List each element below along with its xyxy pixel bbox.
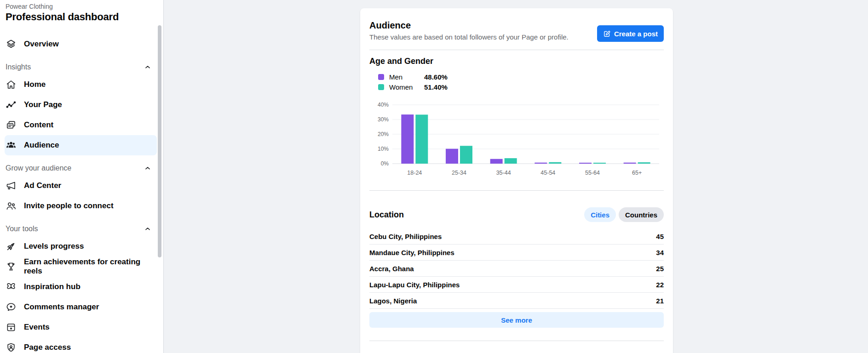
sidebar-item-label: Home	[24, 80, 46, 89]
location-name: Mandaue City, Philippines	[369, 249, 454, 256]
create-post-label: Create a post	[614, 30, 658, 38]
svg-text:65+: 65+	[632, 170, 642, 176]
sidebar-scrollbar[interactable]	[158, 25, 161, 257]
legend-row-men: Men 48.60%	[378, 72, 664, 82]
sidebar-item-ad-center[interactable]: Ad Center	[5, 176, 157, 196]
sidebar-item-levels-progress[interactable]: Levels progress	[5, 236, 157, 256]
legend-label: Women	[389, 83, 415, 91]
sidebar-item-label: Inspiration hub	[24, 282, 80, 291]
sidebar: Powear Clothing Professional dashboard O…	[0, 0, 164, 353]
age-gender-bar-chart-svg: 0%10%20%30%40%18-2425-3435-4445-5455-646…	[369, 100, 664, 179]
sidebar-item-label: Comments manager	[24, 302, 99, 312]
svg-text:10%: 10%	[378, 146, 389, 152]
sidebar-item-inspiration-hub[interactable]: Inspiration hub	[5, 277, 157, 297]
sidebar-item-overview[interactable]: Overview	[5, 34, 157, 54]
chevron-up-icon	[144, 225, 151, 233]
page-brand-name: Powear Clothing	[5, 3, 163, 10]
location-name: Lapu-Lapu City, Philippines	[369, 281, 460, 289]
sidebar-item-label: Events	[24, 323, 50, 332]
sidebar-nav: Overview Insights Home Your Page	[5, 34, 163, 353]
sidebar-item-label: Earn achievements for creating reels	[24, 257, 157, 276]
sidebar-item-label: Audience	[24, 141, 59, 150]
header-divider	[369, 50, 664, 50]
sidebar-item-events[interactable]: Events	[5, 317, 157, 337]
events-icon	[6, 322, 17, 333]
content-cards-icon	[6, 120, 17, 131]
megaphone-icon	[6, 180, 17, 191]
home-icon	[6, 79, 17, 90]
trophy-icon	[6, 261, 17, 272]
invite-people-icon	[6, 200, 17, 211]
chevron-up-icon	[144, 165, 151, 172]
svg-text:0%: 0%	[381, 160, 389, 167]
sidebar-item-audience[interactable]: Audience	[5, 135, 157, 155]
age-gender-chart: 0%10%20%30%40%18-2425-3435-4445-5455-646…	[369, 100, 664, 179]
chart-legend: Men 48.60% Women 51.40%	[378, 72, 664, 92]
location-toggle: Cities Countries	[584, 207, 664, 222]
sidebar-section-grow-your-audience[interactable]: Grow your audience	[5, 161, 163, 176]
cities-tab[interactable]: Cities	[584, 207, 616, 222]
svg-text:30%: 30%	[378, 116, 389, 123]
legend-value: 48.60%	[424, 73, 448, 81]
men-color-swatch	[378, 74, 384, 80]
location-row: Lapu-Lapu City, Philippines 22	[369, 277, 664, 293]
sidebar-item-comments-manager[interactable]: Comments manager	[5, 297, 157, 317]
shield-person-icon	[6, 342, 17, 353]
legend-label: Men	[389, 73, 415, 81]
age-gender-heading: Age and Gender	[369, 57, 664, 66]
create-post-button[interactable]: Create a post	[597, 25, 664, 42]
section-header-label: Insights	[6, 63, 31, 71]
location-value: 21	[656, 297, 664, 305]
sidebar-item-content[interactable]: Content	[5, 115, 157, 135]
svg-text:40%: 40%	[378, 102, 389, 108]
sidebar-section-your-tools[interactable]: Your tools	[5, 222, 163, 236]
location-header: Location Cities Countries	[369, 207, 664, 222]
sidebar-item-invite-people[interactable]: Invite people to connect	[5, 196, 157, 216]
svg-text:35-44: 35-44	[496, 170, 511, 176]
butterfly-icon	[6, 281, 17, 292]
sidebar-item-label: Page access	[24, 343, 71, 352]
people-icon	[6, 140, 17, 151]
section-header-label: Your tools	[6, 225, 38, 233]
sidebar-item-earn-achievements[interactable]: Earn achievements for creating reels	[5, 256, 157, 277]
sidebar-item-your-page[interactable]: Your Page	[5, 95, 157, 115]
location-row: Accra, Ghana 25	[369, 261, 664, 277]
location-row: Cebu City, Philippines 45	[369, 228, 664, 245]
location-value: 45	[656, 233, 664, 240]
sidebar-section-insights[interactable]: Insights	[5, 60, 163, 74]
location-value: 25	[656, 265, 664, 273]
see-more-button[interactable]: See more	[369, 312, 664, 328]
location-list: Cebu City, Philippines 45 Mandaue City, …	[369, 228, 664, 309]
svg-text:45-54: 45-54	[540, 170, 555, 176]
countries-tab[interactable]: Countries	[619, 207, 664, 222]
sidebar-item-label: Your Page	[24, 100, 62, 109]
chevron-up-icon	[144, 63, 151, 71]
women-color-swatch	[378, 84, 384, 90]
location-value: 34	[656, 249, 664, 256]
location-row: Mandaue City, Philippines 34	[369, 245, 664, 261]
svg-text:55-64: 55-64	[585, 170, 600, 176]
sidebar-item-page-access[interactable]: Page access	[5, 337, 157, 353]
location-row: Lagos, Nigeria 21	[369, 293, 664, 309]
location-heading: Location	[369, 210, 404, 220]
chart-line-icon	[6, 99, 17, 110]
sidebar-item-label: Overview	[24, 40, 59, 49]
svg-text:20%: 20%	[378, 131, 389, 137]
rocket-icon	[6, 241, 17, 252]
compose-icon	[603, 30, 611, 38]
section-divider	[369, 190, 664, 191]
legend-value: 51.40%	[424, 83, 448, 91]
sidebar-item-label: Ad Center	[24, 181, 61, 190]
audience-header: Audience These values are based on total…	[369, 20, 664, 41]
legend-row-women: Women 51.40%	[378, 82, 664, 92]
audience-panel: Audience These values are based on total…	[360, 8, 673, 353]
sidebar-item-home[interactable]: Home	[5, 74, 157, 95]
svg-text:18-24: 18-24	[407, 170, 422, 176]
sidebar-item-label: Invite people to connect	[24, 201, 114, 211]
location-name: Cebu City, Philippines	[369, 233, 442, 240]
location-value: 22	[656, 281, 664, 289]
comment-star-icon	[6, 302, 17, 313]
dashboard-title: Professional dashboard	[5, 11, 163, 23]
sidebar-item-label: Content	[24, 120, 53, 130]
bottom-divider	[369, 341, 664, 341]
